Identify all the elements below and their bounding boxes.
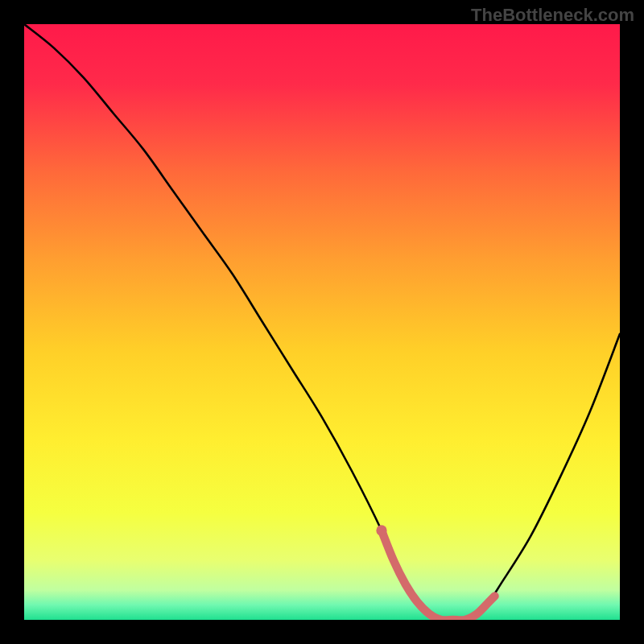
plot-area xyxy=(24,24,620,620)
curve-layer xyxy=(24,24,620,620)
highlight-dot-icon xyxy=(376,525,386,535)
chart-container: TheBottleneck.com xyxy=(0,0,644,644)
watermark-text: TheBottleneck.com xyxy=(471,5,634,26)
highlight-segment xyxy=(382,530,495,620)
bottleneck-curve xyxy=(24,24,620,620)
